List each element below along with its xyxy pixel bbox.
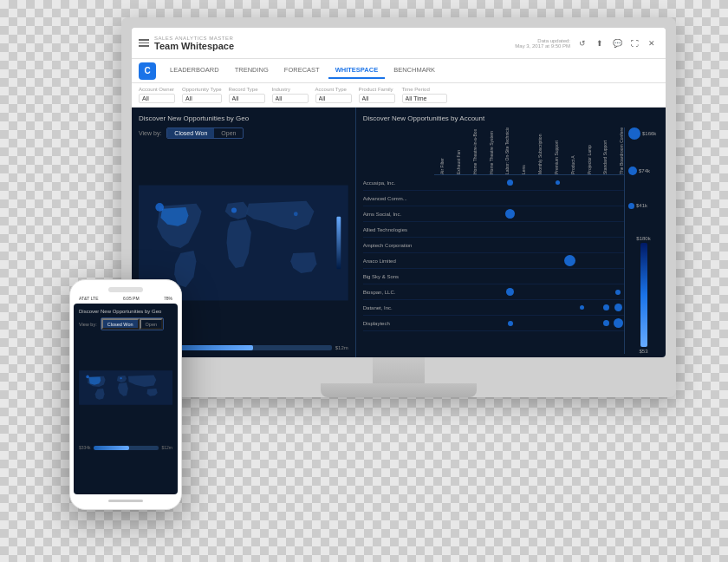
filter-account-type-select[interactable]: All <box>315 94 352 103</box>
row-label: Datanet, Inc. <box>363 305 432 310</box>
svg-point-2 <box>231 208 237 213</box>
close-icon[interactable]: ✕ <box>645 36 659 50</box>
row-label: Displaytech <box>363 321 432 326</box>
svg-point-6 <box>86 376 89 379</box>
legend-circle <box>628 167 637 175</box>
svg-point-7 <box>120 377 122 379</box>
legend-circle <box>628 203 634 209</box>
bubble <box>508 321 513 326</box>
main-content: Discover New Opportunities by Geo View b… <box>132 108 666 357</box>
brand-section: SALES ANALYTICS MASTER Team Whitespace <box>154 36 234 51</box>
table-row: Biospan, LLC. <box>363 284 624 300</box>
bubble <box>564 255 575 266</box>
toggle-group: Closed Won Open <box>166 127 244 139</box>
geo-panel-title: Discover New Opportunities by Geo <box>139 114 348 122</box>
account-panel: Discover New Opportunities by Account Ai… <box>356 108 666 357</box>
monitor-screen: SALES ANALYTICS MASTER Team Whitespace D… <box>132 28 666 357</box>
filter-time-period-select[interactable]: All Time <box>402 94 447 103</box>
phone-notch <box>108 287 143 292</box>
legend-circle <box>628 127 640 140</box>
color-scale: $180k $53 <box>628 236 659 354</box>
filter-opportunity-type: Opportunity Type All <box>182 87 222 103</box>
filter-record-type-label: Record Type <box>229 87 265 92</box>
filter-opportunity-type-label: Opportunity Type <box>182 87 222 92</box>
phone-toggle-open[interactable]: Open <box>140 318 163 330</box>
dashboard: SALES ANALYTICS MASTER Team Whitespace D… <box>132 28 666 357</box>
share-icon[interactable]: ⬆ <box>593 36 607 50</box>
filter-product-family-select[interactable]: All <box>359 94 395 103</box>
toggle-open[interactable]: Open <box>214 128 243 138</box>
phone-map-svg <box>79 336 172 440</box>
right-legend: $166k $74k $41k <box>624 127 659 354</box>
filter-time-period: Time Period All Time <box>402 87 447 103</box>
legend-label: $74k <box>639 168 650 173</box>
tab-forecast[interactable]: FORECAST <box>277 62 327 79</box>
monitor-base <box>321 383 477 397</box>
row-label: Amptech Corporation <box>363 243 432 248</box>
color-bar <box>640 243 647 347</box>
row-label: Advanced Comm... <box>363 196 432 201</box>
legend-item: $166k <box>628 127 659 140</box>
tab-benchmark[interactable]: BENCHMARK <box>387 62 442 79</box>
bubble <box>506 288 514 296</box>
row-label: Big Sky & Sons <box>363 274 432 279</box>
row-bubbles <box>432 191 624 206</box>
phone-view-by: View by: Closed Won Open <box>79 317 172 330</box>
phone-time: 6:05 PM <box>123 296 140 301</box>
row-label: Aims Social, Inc. <box>363 212 432 217</box>
table-row: Displaytech <box>363 316 624 331</box>
filter-account-owner-label: Account Owner <box>139 87 175 92</box>
filter-record-type-select[interactable]: All <box>229 94 265 103</box>
row-bubbles <box>432 175 624 190</box>
svg-rect-4 <box>336 217 341 269</box>
svg-point-1 <box>155 203 164 212</box>
tab-leaderboard[interactable]: LEADERBOARD <box>163 62 226 79</box>
row-bubbles <box>432 269 624 284</box>
sum-bar-max: $12m <box>335 345 348 350</box>
nav-tabs: C LEADERBOARD TRENDING FORECAST WHITESPA… <box>132 59 666 83</box>
legend-item: $41k <box>628 203 659 209</box>
monitor: SALES ANALYTICS MASTER Team Whitespace D… <box>121 17 676 397</box>
phone-home-indicator[interactable] <box>108 500 143 502</box>
view-by-label: View by: <box>139 130 161 136</box>
monitor-stand <box>132 357 666 397</box>
filter-industry-select[interactable]: All <box>272 94 309 103</box>
refresh-icon[interactable]: ↺ <box>575 36 589 50</box>
table-row: Aims Social, Inc. <box>363 206 624 222</box>
filter-industry-label: Industry <box>272 87 309 92</box>
data-updated-text: Data updated: May 3, 2017 at 9:50 PM <box>515 38 570 49</box>
tab-trending[interactable]: TRENDING <box>228 62 276 79</box>
phone: AT&T LTE 6:05 PM 78% Discover New Opport… <box>69 279 182 510</box>
color-scale-bottom: $53 <box>639 349 647 354</box>
filter-opportunity-type-select[interactable]: All <box>182 94 222 103</box>
filters-row: Account Owner All Opportunity Type All R… <box>132 83 666 108</box>
hamburger-icon[interactable] <box>139 39 149 47</box>
table-row: Amptech Corporation <box>363 238 624 253</box>
chat-icon[interactable]: 💬 <box>610 36 624 50</box>
filter-account-owner-select[interactable]: All <box>139 94 175 103</box>
phone-toggle-closed-won[interactable]: Closed Won <box>101 318 140 330</box>
toggle-closed-won[interactable]: Closed Won <box>167 128 214 138</box>
row-label: Anaco Limited <box>363 258 432 264</box>
table-row: Anaco Limited <box>363 253 624 269</box>
table-row: Advanced Comm... <box>363 191 624 206</box>
bubble <box>614 318 623 328</box>
sum-bar-track <box>156 345 331 350</box>
row-bubbles <box>432 316 624 330</box>
table-row: Big Sky & Sons <box>363 269 624 284</box>
filter-record-type: Record Type All <box>229 87 265 103</box>
row-bubbles <box>432 284 624 299</box>
row-bubbles <box>432 222 624 237</box>
row-bubbles <box>432 206 624 221</box>
legend-label: $41k <box>636 203 647 208</box>
top-bar-right: Data updated: May 3, 2017 at 9:50 PM ↺ ⬆… <box>515 36 659 50</box>
fullscreen-icon[interactable]: ⛶ <box>627 36 641 50</box>
brand-title: Team Whitespace <box>154 41 234 51</box>
bubble <box>507 180 513 186</box>
bubble-rows: Accusipa, Inc. <box>363 175 624 354</box>
legend-label: $166k <box>642 131 656 136</box>
tab-whitespace[interactable]: WHITESPACE <box>328 62 385 79</box>
phone-battery: 78% <box>164 296 172 301</box>
row-bubbles <box>432 238 624 252</box>
row-label: Biospan, LLC. <box>363 290 432 295</box>
